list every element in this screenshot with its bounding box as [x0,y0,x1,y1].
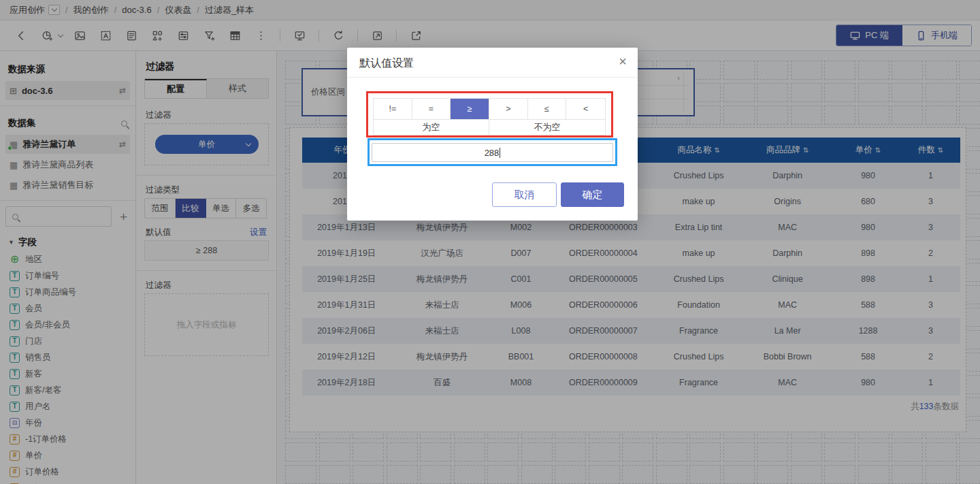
operator-option[interactable]: > [489,99,528,119]
operator-option[interactable]: ≥ [451,99,489,119]
operator-row: != = ≥ > ≤ < [374,99,605,119]
confirm-button[interactable]: 确定 [561,182,624,207]
text-caret [500,148,500,158]
cancel-button[interactable]: 取消 [492,182,557,207]
divider [347,77,638,78]
empty-option-row: 为空 不为空 [374,119,605,135]
empty-option[interactable]: 不为空 [489,120,605,135]
operator-option[interactable]: < [566,99,605,119]
app-window: 应用创作 / 我的创作 / doc-3.6 / 仪表盘 / 过滤器_样本 [0,0,980,484]
operator-option[interactable]: != [374,99,412,119]
empty-option[interactable]: 为空 [374,120,489,135]
operator-option[interactable]: = [412,99,451,119]
dialog-title: 默认值设置 [359,57,414,71]
default-value-dialog: 默认值设置 × != = ≥ > ≤ < [347,48,638,221]
close-icon[interactable]: × [619,54,627,68]
default-value-input[interactable]: 288 [372,143,613,162]
operator-option[interactable]: ≤ [528,99,567,119]
operator-group: != = ≥ > ≤ < 为空 不为空 [373,98,606,135]
